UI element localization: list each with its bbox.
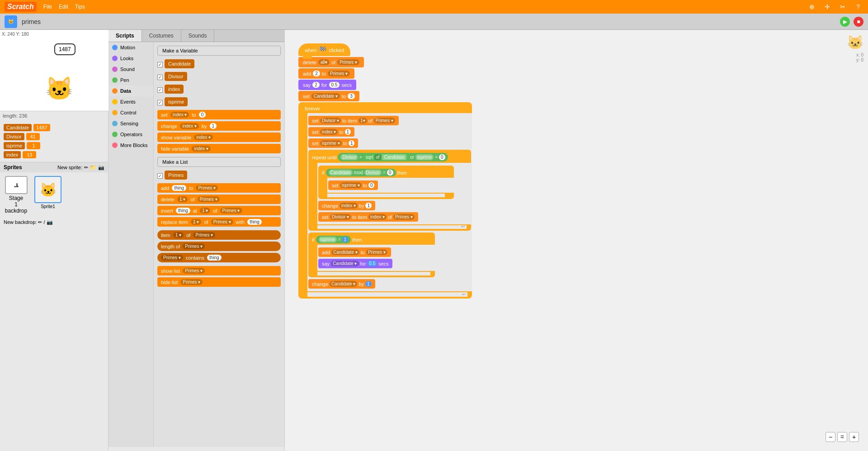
change-index-by1-block[interactable]: change index ▾ by 1 <box>318 201 375 210</box>
show-variable-block[interactable]: show variable index ▾ <box>157 133 281 142</box>
when-flag-clicked-block[interactable]: when 🏁 clicked <box>298 43 350 56</box>
if-mod-block[interactable]: if Candidate mod Divisor = 0 then <box>318 166 454 199</box>
stage-coordinates: X: 240 Y: 180 <box>2 32 29 37</box>
var-value-isprime: 1 <box>27 142 40 149</box>
duplicate-icon[interactable]: ⊕ <box>807 1 817 12</box>
category-motion[interactable]: Motion <box>108 42 153 53</box>
fullscreen-icon[interactable]: ✛ <box>822 1 833 12</box>
divisor-block[interactable]: Divisor <box>165 72 187 81</box>
upload-sprite-icon[interactable]: 📁 <box>90 165 96 171</box>
category-sound[interactable]: Sound <box>108 64 153 75</box>
replace-list: Primes ▾ <box>211 219 233 225</box>
tab-costumes[interactable]: Costumes <box>142 30 181 42</box>
replace-item-block[interactable]: replace item 1 ▾ of Primes ▾ with thing <box>157 217 281 227</box>
make-list-button[interactable]: Make a List <box>157 157 281 167</box>
say-candidate-block[interactable]: say Candidate ▾ for 0.5 secs <box>318 259 392 268</box>
contains-val: thing <box>207 255 222 261</box>
var-name-isprime: isprime <box>4 142 25 149</box>
variable-monitor-candidate: Candidate 1487 <box>4 124 104 131</box>
delete-of-primes-block[interactable]: delete 1 ▾ of Primes ▾ <box>157 195 281 204</box>
stage-canvas: X: 240 Y: 180 1487 🐱 <box>0 30 108 111</box>
blocks-panel: Scripts Costumes Sounds Motion Looks Sou… <box>108 30 285 451</box>
primes-contains-block[interactable]: Primes ▾ contains thing <box>157 253 281 262</box>
index-block[interactable]: index <box>165 85 184 94</box>
events-dot <box>112 99 118 104</box>
zoom-out-button[interactable]: − <box>826 432 835 442</box>
camera-sprite-icon[interactable]: 📷 <box>98 165 104 171</box>
paint-backdrop-icon[interactable]: ✏ <box>38 219 42 225</box>
set-isprime-0-block[interactable]: set isprime ▾ to 0 <box>328 180 378 190</box>
set-index-1-block[interactable]: set index ▾ to 1 <box>308 127 354 137</box>
category-data[interactable]: Data <box>108 85 153 96</box>
stop-button[interactable]: ■ <box>854 17 863 27</box>
zoom-in-button[interactable]: + <box>849 432 859 442</box>
show-list-block[interactable]: show list Primes ▾ <box>157 266 281 275</box>
change-candidate-block[interactable]: change Candidate ▾ by 1 <box>308 279 375 289</box>
help-icon[interactable]: ? <box>853 1 863 12</box>
title-bar: 🐱 primes ▶ ■ <box>0 14 868 30</box>
var-value-candidate: 1487 <box>33 124 50 131</box>
menu-tips[interactable]: Tips <box>75 4 85 10</box>
backdrop-count-label: 1 backdrop <box>4 201 28 214</box>
blocks-list: Make a Variable ✓ Candidate ✓ Divisor ✓ … <box>154 42 284 447</box>
menu-edit[interactable]: Edit <box>59 4 68 10</box>
project-name[interactable]: primes <box>22 18 41 25</box>
isprime-block[interactable]: isprime <box>165 97 188 106</box>
category-control[interactable]: Control <box>108 107 153 118</box>
divisor-checkbox[interactable]: ✓ <box>157 75 163 80</box>
candidate-checkbox[interactable]: ✓ <box>157 62 163 67</box>
insert-thing-block[interactable]: insert thing at 1 ▾ of Primes ▾ <box>157 206 281 215</box>
category-operators[interactable]: Operators <box>108 129 153 140</box>
primes-list-block[interactable]: Primes <box>165 171 187 180</box>
scissors-icon[interactable]: ✂ <box>837 1 848 12</box>
stage-thumbnail[interactable]: 🏞 Stage 1 backdrop <box>4 176 28 214</box>
make-variable-button[interactable]: Make a Variable <box>157 46 281 56</box>
set-index-block[interactable]: set index ▾ to 0 <box>157 110 281 119</box>
repeat-until-block[interactable]: repeat until Divisor > sqrt of Candidate… <box>308 150 471 231</box>
add-to-list: Primes ▾ <box>196 185 218 191</box>
tab-scripts[interactable]: Scripts <box>108 30 142 42</box>
isprime-variable-row: ✓ isprime <box>157 97 281 108</box>
set-candidate-3-block[interactable]: set Candidate ▾ to 3 <box>298 91 359 101</box>
category-looks[interactable]: Looks <box>108 53 153 64</box>
item-of-primes-block[interactable]: item 1 ▾ of Primes ▾ <box>157 230 281 240</box>
add-thing-block[interactable]: add thing to Primes ▾ <box>157 183 281 193</box>
forever-block-container[interactable]: forever set Divisor ▾ to item 1▾ of Prim… <box>298 102 472 299</box>
stage-thumb-image: 🏞 <box>5 176 28 194</box>
category-sensing[interactable]: Sensing <box>108 118 153 129</box>
add-candidate-primes-block[interactable]: add Candidate ▾ to Primes ▾ <box>318 247 391 257</box>
hide-list-block[interactable]: hide list Primes ▾ <box>157 277 281 287</box>
isprime-checkbox[interactable]: ✓ <box>157 100 163 105</box>
camera-backdrop-icon[interactable]: 📷 <box>47 219 53 225</box>
sprite-speech-bubble: 1487 <box>54 43 75 55</box>
green-flag-button[interactable]: ▶ <box>840 17 850 27</box>
new-backdrop-section: New backdrop: ✏ / 📷 <box>0 218 108 227</box>
upload-backdrop-icon[interactable]: / <box>44 219 45 225</box>
category-more-blocks[interactable]: More Blocks <box>108 140 153 151</box>
category-pen[interactable]: Pen <box>108 75 153 85</box>
category-control-label: Control <box>120 110 136 115</box>
sprite1-thumbnail[interactable]: 🐱 Sprite1 <box>32 176 64 214</box>
primes-list-checkbox[interactable]: ✓ <box>157 173 163 179</box>
set-divisor-index-block[interactable]: set Divisor ▾ to item index ▾ of Primes … <box>318 212 418 222</box>
index-checkbox[interactable]: ✓ <box>157 87 163 93</box>
category-data-label: Data <box>120 88 131 94</box>
change-index-block[interactable]: change index ▾ by 1 <box>157 121 281 131</box>
set-divisor-block[interactable]: set Divisor ▾ to item 1▾ of Primes ▾ <box>308 116 399 125</box>
paint-sprite-icon[interactable]: ✏ <box>84 165 88 171</box>
set-isprime-1-block[interactable]: set isprime ▾ to 1 <box>308 138 358 148</box>
candidate-block[interactable]: Candidate <box>165 59 194 68</box>
add-2-primes-block[interactable]: add 2 to Primes ▾ <box>298 68 354 79</box>
tab-sounds[interactable]: Sounds <box>181 30 215 42</box>
category-events[interactable]: Events <box>108 96 153 107</box>
length-of-primes-block[interactable]: length of Primes ▾ <box>157 242 281 251</box>
hide-variable-block[interactable]: hide variable index ▾ <box>157 144 281 153</box>
menu-file[interactable]: File <box>43 4 52 10</box>
zoom-fit-button[interactable]: = <box>837 432 847 442</box>
say-2-secs-block[interactable]: say 2 for 0.5 secs <box>298 80 356 90</box>
if-isprime-block[interactable]: if isprime = 1 then add Candidate ▾ <box>308 233 435 277</box>
sensing-dot <box>112 121 118 126</box>
replace-idx: 1 ▾ <box>191 219 201 225</box>
motion-dot <box>112 45 118 50</box>
hide-list-name: Primes ▾ <box>180 279 203 285</box>
